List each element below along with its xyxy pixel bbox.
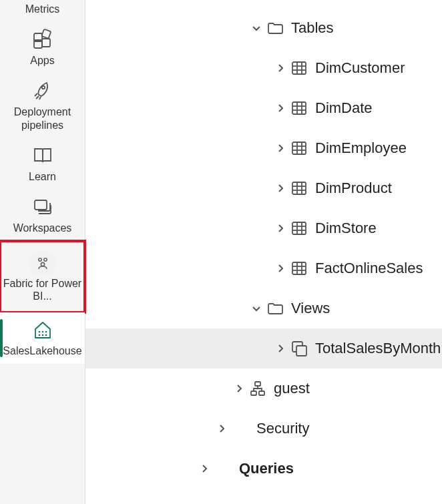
tree-node-label: TotalSalesByMonth — [315, 340, 441, 357]
chevron-right-icon — [272, 143, 288, 154]
sidebar-item-learn[interactable]: Learn — [0, 138, 85, 190]
svg-point-6 — [38, 258, 41, 261]
svg-point-9 — [38, 330, 40, 332]
tree-node-guest[interactable]: guest — [85, 368, 442, 409]
tree-node-label: DimStore — [315, 220, 377, 237]
svg-point-12 — [38, 334, 40, 336]
table-icon — [288, 260, 310, 277]
folder-icon — [264, 300, 286, 317]
svg-rect-3 — [41, 29, 51, 39]
chevron-down-icon — [248, 23, 264, 33]
tree-node-dimemployee[interactable]: DimEmployee — [85, 128, 442, 168]
tree-node-dimproduct[interactable]: DimProduct — [85, 168, 442, 208]
tree-node-label: DimDate — [315, 99, 373, 117]
svg-rect-40 — [292, 262, 306, 274]
chevron-right-icon — [272, 63, 288, 73]
svg-point-11 — [45, 330, 47, 332]
tree-node-queries[interactable]: Queries — [85, 449, 442, 489]
tree-node-dimdate[interactable]: DimDate — [85, 88, 442, 128]
chevron-right-icon — [196, 463, 212, 474]
chevron-right-icon — [231, 383, 247, 394]
explorer-tree: Tables DimCustomer DimDate DimEmployee — [85, 0, 442, 504]
svg-rect-15 — [292, 62, 306, 74]
chevron-right-icon — [272, 183, 288, 194]
tree-node-label: Queries — [239, 460, 294, 477]
sidebar-item-workspaces[interactable]: Workspaces — [0, 190, 85, 241]
table-icon — [288, 59, 310, 77]
svg-rect-30 — [292, 182, 306, 194]
sidebar-item-label: Fabric for Power BI... — [3, 277, 82, 302]
svg-rect-46 — [296, 346, 306, 356]
tree-node-label: Tables — [291, 19, 334, 37]
lakehouse-icon — [31, 318, 55, 342]
chevron-right-icon — [272, 263, 288, 274]
tree-node-factonlinesales[interactable]: FactOnlineSales — [85, 248, 442, 288]
sidebar-item-label: Apps — [30, 54, 54, 67]
chevron-down-icon — [248, 303, 264, 314]
tree-node-tables[interactable]: Tables — [85, 8, 442, 48]
tree-node-dimstore[interactable]: DimStore — [85, 208, 442, 248]
schema-icon — [247, 380, 268, 397]
svg-point-7 — [43, 258, 46, 261]
apps-icon — [31, 27, 55, 51]
table-icon — [288, 220, 310, 237]
people-icon — [29, 250, 56, 277]
sidebar-item-label: Metrics — [25, 3, 60, 15]
sidebar-item-label: Learn — [29, 170, 56, 183]
svg-rect-47 — [255, 382, 260, 386]
svg-point-8 — [41, 263, 44, 266]
folder-icon — [264, 19, 286, 37]
svg-rect-49 — [259, 391, 264, 395]
book-icon — [31, 144, 55, 168]
tree-node-security[interactable]: Security — [85, 409, 442, 449]
tree-node-label: DimCustomer — [315, 59, 405, 77]
table-icon — [288, 140, 310, 157]
sidebar-item-label: Workspaces — [13, 222, 72, 234]
sidebar-item-apps[interactable]: Apps — [0, 22, 85, 73]
svg-point-14 — [45, 334, 47, 336]
tree-node-dimcustomer[interactable]: DimCustomer — [85, 48, 442, 88]
rocket-icon — [31, 79, 55, 103]
workspaces-icon — [31, 195, 55, 219]
table-icon — [288, 99, 310, 117]
chevron-right-icon — [214, 423, 230, 434]
chevron-right-icon — [272, 223, 288, 234]
tree-node-views[interactable]: Views — [85, 288, 442, 328]
chevron-right-icon — [272, 343, 288, 354]
sidebar-item-label: SalesLakehouse — [3, 344, 81, 357]
view-icon — [288, 340, 310, 357]
sidebar-item-fabric-for-power-bi[interactable]: Fabric for Power BI... — [0, 241, 85, 312]
sidebar-item-label: Deployment pipelines — [3, 105, 82, 131]
tree-node-label: FactOnlineSales — [315, 260, 423, 277]
svg-rect-35 — [292, 222, 306, 234]
sidebar-item-metrics[interactable]: Metrics — [0, 1, 85, 22]
svg-rect-48 — [251, 391, 256, 395]
svg-rect-20 — [292, 102, 306, 114]
sidebar: Metrics Apps Deployment pipelines — [0, 0, 85, 504]
svg-point-13 — [41, 334, 43, 336]
svg-point-4 — [41, 86, 44, 89]
tree-node-label: DimProduct — [315, 180, 392, 197]
svg-point-10 — [41, 330, 43, 332]
sidebar-item-saleslakehouse[interactable]: SalesLakehouse — [0, 312, 85, 364]
tree-node-label: Views — [291, 300, 330, 317]
chevron-right-icon — [272, 103, 288, 113]
tree-node-label: Security — [256, 420, 309, 437]
tree-node-label: guest — [274, 380, 310, 397]
tree-node-totalsalesbymonth[interactable]: TotalSalesByMonth — [85, 328, 442, 368]
sidebar-item-deployment-pipelines[interactable]: Deployment pipelines — [0, 73, 85, 138]
table-icon — [288, 180, 310, 197]
svg-rect-5 — [35, 200, 47, 210]
tree-node-label: DimEmployee — [315, 140, 407, 157]
svg-rect-2 — [42, 39, 50, 47]
svg-rect-25 — [292, 142, 306, 154]
